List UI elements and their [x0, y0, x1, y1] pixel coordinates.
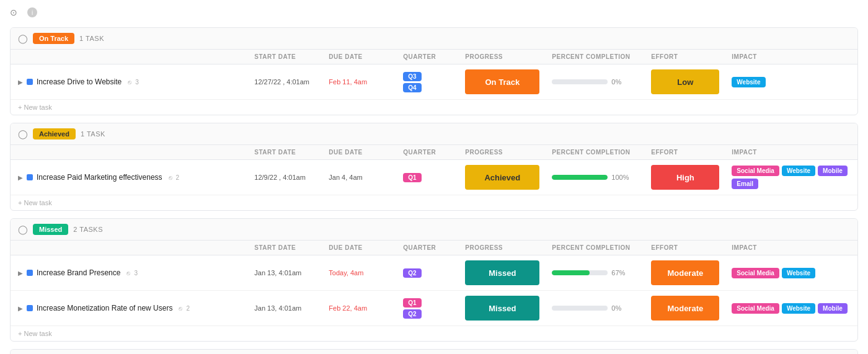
col-header-1: START DATE: [254, 149, 329, 156]
section-task-count-achieved: 1 TASK: [81, 130, 105, 138]
col-header-6: EFFORT: [651, 53, 732, 60]
task-subtask-count: 2: [176, 174, 180, 181]
task-subtask-count: 3: [134, 270, 138, 277]
task-dot: [27, 79, 33, 85]
quarter-badge: Q2: [403, 268, 421, 278]
quarter-badge: Q1: [403, 173, 421, 182]
impact-tag: Website: [782, 268, 815, 278]
table-row: ▶ Increase Brand Presence ⎋ 3 Jan 13, 4:…: [11, 255, 857, 291]
task-progress: Achieved: [465, 165, 552, 190]
impact-tag: Website: [782, 166, 815, 176]
task-expand-icon[interactable]: ▶: [18, 79, 23, 86]
progress-bar-wrap: [552, 270, 608, 275]
section-missed: ◯ Missed 2 TASKS START DATEDUE DATEQUART…: [10, 218, 858, 342]
section-achieved: ◯ Achieved 1 TASK START DATEDUE DATEQUAR…: [10, 123, 858, 211]
task-effort: Moderate: [651, 260, 732, 285]
task-due-date: Feb 22, 4am: [329, 304, 403, 312]
task-expand-icon[interactable]: ▶: [18, 270, 23, 277]
task-link-icon: ⎋: [126, 270, 130, 277]
progress-bar-wrap: [552, 79, 608, 84]
new-task-row[interactable]: + New task: [11, 326, 857, 341]
col-header-1: START DATE: [254, 53, 329, 60]
col-header-7: IMPACT: [732, 244, 850, 251]
section-header-achieved: ◯ Achieved 1 TASK: [11, 123, 857, 145]
progress-bar-wrap: [552, 306, 608, 311]
section-status-badge-achieved: Achieved: [33, 128, 76, 139]
col-header-0: [18, 53, 254, 60]
col-header-4: PROGRESS: [465, 149, 552, 156]
task-link-icon: ⎋: [128, 79, 131, 86]
impact-tag: Email: [732, 179, 758, 189]
task-link-icon: ⎋: [169, 174, 172, 181]
task-percent-completion: 100%: [552, 174, 651, 181]
task-dot: [27, 270, 33, 276]
section-toggle-missed[interactable]: ◯: [18, 224, 28, 234]
task-quarter: Q1: [403, 173, 465, 182]
task-start-date: Jan 13, 4:01am: [254, 269, 329, 277]
section-toggle-achieved[interactable]: ◯: [18, 129, 28, 139]
impact-tag: Social Media: [732, 303, 779, 314]
section-header-ontrack: ◯ On Track 1 TASK: [11, 28, 857, 50]
task-quarter: Q2: [403, 268, 465, 278]
task-name: Increase Paid Marketing effectiveness: [37, 173, 162, 182]
impact-tag: Mobile: [818, 303, 848, 314]
task-effort: High: [651, 165, 732, 190]
effort-badge: Moderate: [651, 260, 719, 285]
section-status-badge-missed: Missed: [33, 224, 68, 235]
task-impact: Social MediaWebsiteMobile: [732, 303, 850, 314]
task-subtask-count: 3: [135, 79, 139, 86]
col-header-6: EFFORT: [651, 244, 732, 251]
task-name-cell: ▶ Increase Drive to Website ⎋ 3: [18, 77, 254, 86]
task-progress: Missed: [465, 260, 552, 285]
quarter-badge: Q4: [403, 83, 421, 92]
task-quarter: Q3Q4: [403, 72, 465, 92]
progress-bar-wrap: [552, 175, 608, 180]
impact-tag: Social Media: [732, 166, 779, 176]
col-header-3: QUARTER: [403, 149, 465, 156]
task-expand-icon[interactable]: ▶: [18, 305, 23, 312]
section-ontrack: ◯ On Track 1 TASK START DATEDUE DATEQUAR…: [10, 27, 858, 115]
task-impact: Social MediaWebsite: [732, 268, 850, 278]
effort-badge: Moderate: [651, 296, 719, 321]
section-task-count-missed: 2 TASKS: [73, 226, 103, 233]
percent-text: 0%: [611, 304, 621, 312]
table-row: ▶ Increase Monetization Rate of new User…: [11, 291, 857, 326]
task-due-date: Today, 4am: [329, 269, 403, 277]
task-subtask-count: 2: [186, 305, 190, 312]
quarter-badge: Q1: [403, 298, 421, 308]
section-task-count-ontrack: 1 TASK: [79, 35, 104, 42]
task-name: Increase Drive to Website: [37, 77, 122, 86]
page-header: ⊙ i: [10, 7, 858, 17]
section-header-missed: ◯ Missed 2 TASKS: [11, 219, 857, 241]
effort-badge: High: [651, 165, 719, 190]
table-header-missed: START DATEDUE DATEQUARTERPROGRESSPERCENT…: [11, 241, 857, 255]
section-onhold: ◯ On Hold 1 TASK START DATEDUE DATEQUART…: [10, 349, 858, 354]
task-progress: On Track: [465, 69, 552, 94]
task-name: Increase Monetization Rate of new Users: [37, 304, 172, 312]
col-header-7: IMPACT: [732, 149, 850, 156]
percent-text: 100%: [611, 174, 629, 181]
task-start-date: 12/9/22 , 4:01am: [254, 174, 329, 181]
table-row: ▶ Increase Drive to Website ⎋ 3 12/27/22…: [11, 64, 857, 100]
table-header-achieved: START DATEDUE DATEQUARTERPROGRESSPERCENT…: [11, 145, 857, 160]
task-start-date: Jan 13, 4:01am: [254, 304, 329, 312]
task-effort: Low: [651, 69, 732, 94]
impact-tag: Website: [732, 77, 765, 87]
task-expand-icon[interactable]: ▶: [18, 174, 23, 181]
marketing-plan-page: ⊙ i ◯ On Track 1 TASK START DATEDUE DATE…: [0, 0, 868, 354]
table-header-ontrack: START DATEDUE DATEQUARTERPROGRESSPERCENT…: [11, 50, 857, 64]
task-start-date: 12/27/22 , 4:01am: [254, 78, 329, 86]
new-task-row[interactable]: + New task: [11, 100, 857, 115]
progress-badge: Missed: [465, 260, 539, 285]
new-task-row[interactable]: + New task: [11, 195, 857, 210]
section-status-badge-ontrack: On Track: [33, 33, 74, 44]
col-header-0: [18, 244, 254, 251]
info-icon[interactable]: i: [27, 7, 37, 17]
col-header-2: DUE DATE: [329, 53, 403, 60]
section-toggle-ontrack[interactable]: ◯: [18, 33, 28, 43]
col-header-4: PROGRESS: [465, 244, 552, 251]
sections-container: ◯ On Track 1 TASK START DATEDUE DATEQUAR…: [10, 27, 858, 354]
task-effort: Moderate: [651, 296, 732, 321]
page-collapse-icon[interactable]: ⊙: [10, 7, 17, 17]
impact-tag: Social Media: [732, 268, 779, 278]
